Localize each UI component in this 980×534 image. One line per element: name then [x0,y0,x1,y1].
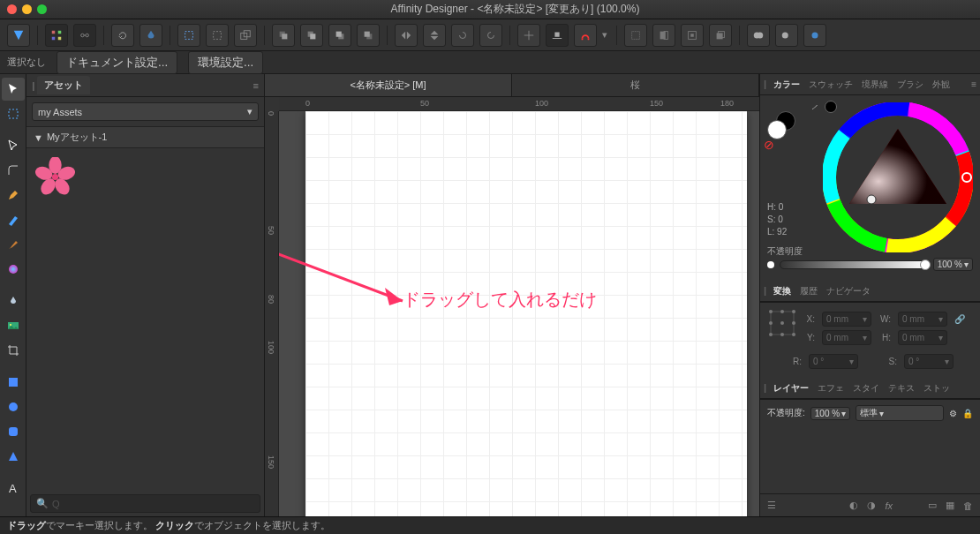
tab-text[interactable]: テキス [885,380,918,396]
anchor-picker[interactable] [767,308,797,338]
rounded-rect-tool[interactable] [2,420,25,443]
rotate-ccw-icon[interactable] [479,24,502,47]
layers-stack-icon[interactable]: ☰ [767,500,776,511]
eyedropper-icon[interactable]: ⟋ [810,102,819,112]
move-down-icon[interactable] [300,24,323,47]
transform-w-input[interactable]: 0 mm▾ [898,312,947,327]
tab-stock[interactable]: ストッ [920,380,954,396]
opacity-input[interactable]: 100 %▾ [933,258,973,271]
asset-library-select[interactable]: my Assets ▾ [32,102,259,121]
select-group-icon[interactable] [234,24,257,47]
document-tab-other[interactable]: 桜 [512,74,759,96]
persona-designer-icon[interactable] [7,24,30,47]
snapping-icon[interactable] [574,24,597,47]
align-center-icon[interactable] [517,24,540,47]
mask-icon[interactable]: ◐ [849,500,858,511]
tab-transform[interactable]: 変換 [770,283,795,299]
corner-tool[interactable] [2,159,25,182]
noise-toggle-icon[interactable] [767,261,774,268]
artboard-tool[interactable] [2,102,25,125]
rotate-cw-icon[interactable] [451,24,474,47]
asset-search-input[interactable]: 🔍 Q [30,494,260,513]
tab-stroke[interactable]: 境界線 [858,77,892,93]
transform-h-input[interactable]: 0 mm▾ [898,330,947,345]
panel-menu-icon[interactable]: ≡ [971,79,976,89]
link-icon[interactable] [73,24,96,47]
link-wh-icon[interactable]: 🔗 [954,314,965,324]
minimize-icon[interactable] [22,4,32,14]
insert-inside-icon[interactable] [681,24,704,47]
add-layer-icon[interactable]: ▭ [928,500,937,511]
artboard[interactable] [305,111,747,516]
flip-v-icon[interactable] [423,24,446,47]
fill-tool[interactable] [2,258,25,281]
color-wheel[interactable] [823,102,973,252]
tab-assets[interactable]: アセット [37,76,90,94]
select-next-icon[interactable] [206,24,229,47]
adjustment-icon[interactable]: ◑ [867,500,876,511]
document-settings-button[interactable]: ドキュメント設定... [57,51,177,74]
text-tool[interactable]: A [2,477,25,500]
transform-y-input[interactable]: 0 mm▾ [822,330,871,345]
move-front-icon[interactable] [357,24,380,47]
environment-settings-button[interactable]: 環境設定... [188,51,263,74]
select-top-icon[interactable] [177,24,200,47]
insert-behind-icon[interactable] [709,24,732,47]
pen-tool[interactable] [2,184,25,207]
clip-icon[interactable] [652,24,675,47]
delete-layer-icon[interactable]: 🗑 [963,500,973,511]
lock-children-icon[interactable] [624,24,647,47]
canvas[interactable]: ドラッグして入れるだけ [279,111,759,516]
gear-icon[interactable]: ⚙ [949,409,957,418]
transform-s-input[interactable]: 0 °▾ [904,354,954,369]
triangle-tool[interactable] [2,445,25,468]
panel-menu-icon[interactable]: ≡ [253,80,259,91]
tab-color[interactable]: カラー [770,77,803,93]
tab-effects[interactable]: エフェ [814,380,848,396]
tab-history[interactable]: 履歴 [796,283,821,299]
drag-handle-icon[interactable]: || [764,286,765,296]
asset-group-header[interactable]: ▼ Myアセット-1 [26,126,264,148]
tab-swatches[interactable]: スウォッチ [805,77,856,93]
layer-opacity-input[interactable]: 100 %▾ [810,407,850,420]
boolean-intersect-icon[interactable] [803,24,826,47]
lock-icon[interactable]: 🔒 [962,409,973,418]
drag-handle-icon[interactable]: || [764,383,765,393]
boolean-subtract-icon[interactable] [775,24,798,47]
move-back-icon[interactable] [272,24,295,47]
opacity-slider[interactable] [780,260,928,269]
boolean-union-icon[interactable] [747,24,770,47]
tab-navigator[interactable]: ナビゲータ [823,283,874,299]
tab-brushes[interactable]: ブラシ [893,77,927,93]
zoom-icon[interactable] [37,4,47,14]
pencil-tool[interactable] [2,208,25,231]
document-tab-active[interactable]: <名称未設定> [M] [265,74,512,96]
brush-tool[interactable] [2,233,25,256]
move-tool[interactable] [2,78,25,101]
transform-r-input[interactable]: 0 °▾ [809,354,858,369]
transparency-tool[interactable] [2,290,25,312]
move-up-icon[interactable] [328,24,351,47]
blend-mode-select[interactable]: 標準▾ [856,405,944,421]
transform-x-input[interactable]: 0 mm▾ [822,312,871,327]
close-icon[interactable] [7,4,17,14]
drag-handle-icon[interactable]: || [764,79,765,89]
ellipse-tool[interactable] [2,395,25,418]
rotate-icon[interactable] [111,24,134,47]
fx-icon[interactable]: fx [885,500,893,511]
drag-handle-icon[interactable]: || [32,80,34,91]
node-tool[interactable] [2,134,25,157]
tab-layers[interactable]: レイヤー [770,380,812,396]
tab-styles[interactable]: スタイ [849,380,883,396]
add-pixel-layer-icon[interactable]: ▦ [946,500,954,511]
asset-item-flower[interactable] [35,157,75,197]
none-color-icon[interactable]: ⊘ [764,138,774,152]
snapping-baseline-icon[interactable] [546,24,569,47]
crop-tool[interactable] [2,339,25,362]
fill-color-swatch[interactable] [767,120,787,139]
transparency-icon[interactable] [139,24,162,47]
flip-h-icon[interactable] [395,24,418,47]
grid-icon[interactable] [45,24,68,47]
rectangle-tool[interactable] [2,371,25,394]
chevron-down-icon[interactable]: ▾ [602,29,609,41]
